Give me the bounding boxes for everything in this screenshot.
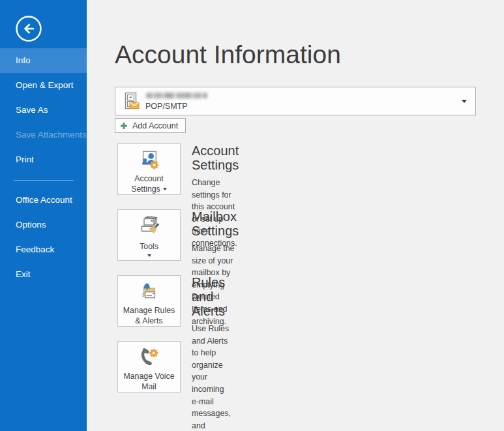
sidebar-item-options[interactable]: Options — [0, 213, 87, 237]
manage-rules-alerts-button-label: Manage Rules & Alerts — [123, 306, 175, 325]
sidebar-item-office-account[interactable]: Office Account — [0, 188, 87, 213]
manage-voice-mail-button-label: Manage Voice Mail — [124, 372, 175, 391]
sidebar-item-open-export[interactable]: Open & Export — [0, 73, 87, 98]
sidebar-item-info[interactable]: Info — [0, 48, 87, 73]
section-heading-mailbox-settings: Mailbox Settings — [192, 209, 239, 238]
dropdown-caret-icon — [462, 100, 467, 103]
back-arrow-icon — [15, 15, 42, 42]
account-email-redacted — [146, 93, 207, 98]
sidebar-item-print[interactable]: Print — [0, 147, 87, 172]
sidebar-divider — [14, 180, 74, 181]
account-settings-icon — [138, 150, 160, 170]
account-settings-button-label: Account Settings — [131, 174, 163, 194]
section-desc-rules-alerts: Use Rules and Alerts to help organize yo… — [192, 323, 231, 431]
outlook-backstage-view: Info Open & Export Save As Save Attachme… — [0, 0, 504, 431]
manage-voice-mail-button[interactable]: Manage Voice Mail — [117, 341, 181, 393]
account-dropdown[interactable]: POP/SMTP — [115, 87, 476, 115]
manage-rules-alerts-button[interactable]: Manage Rules & Alerts — [117, 275, 181, 327]
dropdown-caret-icon — [147, 254, 151, 257]
backstage-menu: Info Open & Export Save As Save Attachme… — [0, 48, 87, 287]
mailbox-cleanup-tools-button[interactable]: Tools — [117, 209, 181, 261]
account-settings-button[interactable]: Account Settings — [117, 143, 181, 195]
account-information-pane: Account Information POP/SMTP — [87, 0, 504, 431]
plus-icon — [120, 122, 128, 130]
back-button[interactable] — [15, 15, 42, 42]
dropdown-caret-icon — [163, 188, 167, 190]
sidebar-item-feedback[interactable]: Feedback — [0, 237, 87, 262]
sidebar-item-exit[interactable]: Exit — [0, 262, 87, 287]
add-account-button[interactable]: Add Account — [115, 118, 186, 133]
section-heading-rules-alerts: Rules and Alerts — [192, 275, 231, 318]
rules-and-alerts-icon — [138, 282, 160, 302]
voice-mail-icon — [138, 348, 160, 368]
sidebar-item-save-attachments: Save Attachments — [0, 123, 87, 147]
backstage-sidebar: Info Open & Export Save As Save Attachme… — [0, 0, 87, 431]
page-title: Account Information — [115, 40, 341, 69]
tools-button-label: Tools — [140, 242, 158, 251]
account-type-label: POP/SMTP — [145, 102, 188, 111]
account-file-cabinet-icon — [121, 91, 142, 112]
sidebar-item-save-as[interactable]: Save As — [0, 98, 87, 123]
add-account-label: Add Account — [132, 121, 178, 130]
section-heading-account-settings: Account Settings — [192, 143, 239, 172]
mailbox-cleanup-tools-icon — [138, 216, 160, 238]
